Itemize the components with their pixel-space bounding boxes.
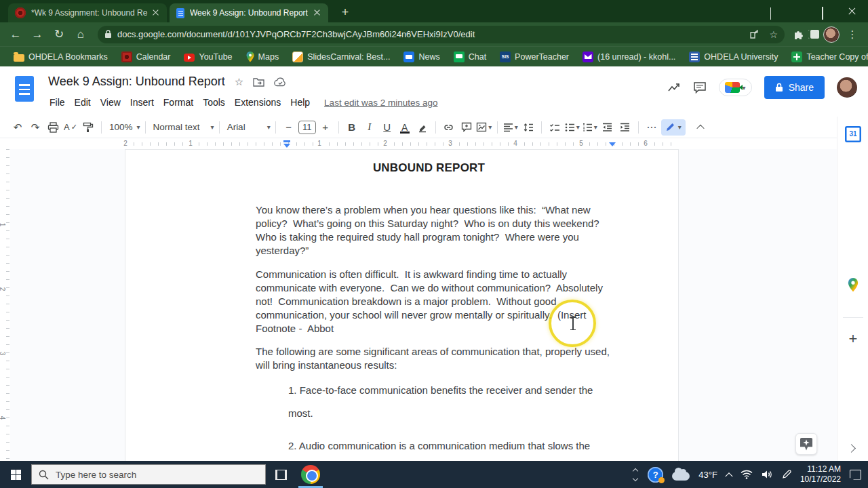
document-page[interactable]: UNBOUND REPORT You know there’s a proble…: [125, 150, 678, 461]
meet-button[interactable]: ▾: [719, 79, 752, 96]
collapse-toolbar-icon[interactable]: [692, 119, 709, 136]
horizontal-ruler[interactable]: 2 1 1 2 3 4 5 6: [0, 138, 868, 149]
bookmark-powerteacher[interactable]: SISPowerTeacher: [496, 50, 573, 64]
highlight-color-button[interactable]: [414, 119, 431, 136]
paint-format-icon[interactable]: [80, 119, 96, 136]
vertical-ruler[interactable]: 1 2 3 4: [0, 149, 10, 461]
bookmark-chat[interactable]: Chat: [450, 50, 490, 64]
collapse-panel-icon[interactable]: [847, 444, 856, 453]
address-bar[interactable]: docs.google.com/document/d/101YJVPqORCb7…: [98, 26, 785, 43]
checklist-icon[interactable]: [547, 119, 563, 136]
tab-schoology[interactable]: *Wk 9 Assignment: Unbound Re: [8, 3, 167, 22]
insert-link-icon[interactable]: [441, 119, 457, 136]
menu-extensions[interactable]: Extensions: [230, 95, 285, 110]
font-select[interactable]: Arial▾: [224, 119, 271, 136]
help-tray-icon[interactable]: ?: [648, 467, 663, 483]
left-indent-marker[interactable]: [283, 144, 290, 148]
right-indent-marker[interactable]: [609, 142, 616, 146]
chrome-taskbar-button[interactable]: [296, 461, 326, 488]
line-spacing-icon[interactable]: [520, 119, 536, 136]
browser-avatar[interactable]: [823, 26, 840, 43]
bookmark-calendar[interactable]: Calendar: [117, 50, 175, 64]
tab-docs[interactable]: Week 9 Assign: Unbound Report: [170, 3, 328, 22]
redo-icon[interactable]: ↷: [27, 119, 43, 136]
hidden-icons-chevron[interactable]: [725, 472, 732, 480]
star-icon[interactable]: ☆: [235, 76, 243, 88]
browser-menu-icon[interactable]: ⋮: [844, 26, 861, 43]
calendar-icon[interactable]: 31: [845, 126, 861, 142]
bookmark-news[interactable]: News: [399, 50, 443, 64]
back-icon[interactable]: ←: [7, 26, 24, 43]
docs-app-icon[interactable]: [15, 76, 34, 102]
bookmark-star-icon[interactable]: ☆: [769, 29, 778, 40]
bookmark-maps[interactable]: Maps: [242, 50, 283, 64]
weather-cloud-icon[interactable]: [672, 472, 690, 481]
close-window-icon[interactable]: [848, 7, 856, 16]
clock[interactable]: 11:12 AM 10/17/2022: [800, 464, 841, 485]
menu-format[interactable]: Format: [159, 95, 198, 110]
italic-button[interactable]: I: [361, 119, 378, 136]
temperature[interactable]: 43°F: [698, 470, 717, 480]
volume-icon[interactable]: [762, 470, 773, 479]
menu-help[interactable]: Help: [285, 95, 315, 110]
document-title[interactable]: Week 9 Assign: Unbound Report: [48, 75, 225, 89]
bulleted-list-icon[interactable]: ▾: [564, 119, 580, 136]
document-canvas[interactable]: 1 2 3 4 UNBOUND REPORT You know there’s …: [0, 149, 868, 461]
menu-file[interactable]: File: [45, 95, 70, 110]
last-edit-link[interactable]: Last edit was 2 minutes ago: [324, 98, 437, 108]
add-comment-icon[interactable]: [458, 119, 475, 136]
add-addon-icon[interactable]: +: [845, 331, 861, 347]
insert-image-icon[interactable]: ▾: [476, 119, 492, 136]
font-size-decrease[interactable]: −: [281, 119, 297, 136]
maps-icon[interactable]: [845, 278, 861, 294]
taskbar-search[interactable]: Type here to search: [31, 464, 266, 485]
close-icon[interactable]: [151, 7, 161, 18]
numbered-list-icon[interactable]: ▾: [582, 119, 598, 136]
editing-mode-button[interactable]: ▾: [661, 119, 686, 136]
move-folder-icon[interactable]: [253, 77, 264, 87]
underline-button[interactable]: U: [379, 119, 395, 136]
bookmark-youtube[interactable]: YouTube: [180, 51, 236, 63]
styles-select[interactable]: Normal text▾: [151, 119, 214, 136]
undo-icon[interactable]: ↶: [9, 119, 26, 136]
side-panel-icon[interactable]: [808, 30, 819, 39]
home-icon[interactable]: ⌂: [72, 26, 90, 43]
bookmark-slidescarnival[interactable]: SlidesCarnival: Best...: [288, 50, 394, 64]
bookmark-sheets[interactable]: Teacher Copy of SY...: [787, 50, 868, 64]
task-view-button[interactable]: [266, 461, 296, 488]
extensions-icon[interactable]: [793, 28, 804, 40]
menu-tools[interactable]: Tools: [198, 95, 230, 110]
text-color-button[interactable]: A: [397, 119, 413, 136]
bookmark-folder[interactable]: OHDELA Bookmarks: [9, 51, 112, 63]
menu-edit[interactable]: Edit: [70, 95, 96, 110]
action-center-icon[interactable]: [850, 470, 861, 480]
bookmark-mail[interactable]: (16 unread) - kkohl...: [578, 50, 679, 64]
share-button[interactable]: Share: [764, 76, 825, 99]
bold-button[interactable]: B: [344, 119, 360, 136]
bookmark-university[interactable]: OHDELA University: [685, 50, 782, 64]
more-options-icon[interactable]: ⋯: [644, 119, 660, 136]
explore-button[interactable]: [795, 433, 817, 455]
print-icon[interactable]: [45, 119, 61, 136]
first-line-indent-marker[interactable]: [283, 140, 290, 142]
cloud-status-icon[interactable]: [274, 77, 287, 87]
pen-icon[interactable]: [782, 470, 791, 479]
increase-indent-icon[interactable]: [617, 119, 633, 136]
decrease-indent-icon[interactable]: [599, 119, 616, 136]
share-page-icon[interactable]: [749, 29, 760, 39]
window-menu-icon[interactable]: [770, 7, 771, 20]
reload-icon[interactable]: ↻: [50, 26, 68, 43]
spellcheck-icon[interactable]: A✓: [62, 119, 79, 136]
restore-icon[interactable]: [822, 7, 823, 20]
start-button[interactable]: [0, 461, 31, 488]
align-icon[interactable]: ▾: [502, 119, 519, 136]
forward-icon[interactable]: →: [28, 26, 46, 43]
font-size-increase[interactable]: +: [317, 119, 334, 136]
font-size-value[interactable]: 11: [298, 121, 316, 134]
comment-icon[interactable]: [693, 81, 707, 94]
zoom-select[interactable]: 100%▾: [106, 119, 140, 136]
close-icon[interactable]: [312, 7, 323, 18]
docs-avatar[interactable]: [837, 77, 857, 98]
menu-view[interactable]: View: [96, 95, 125, 110]
activity-icon[interactable]: [667, 81, 681, 94]
